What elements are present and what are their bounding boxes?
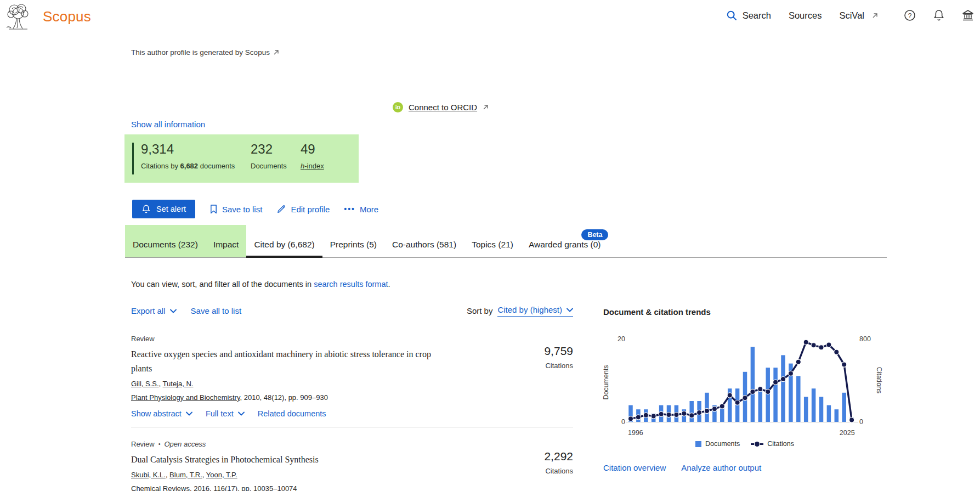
notifications-bell-icon[interactable] [933,9,945,22]
beta-badge: Beta [581,229,608,240]
related-documents-link[interactable]: Related documents [258,409,326,418]
document-source: Chemical Reviews, 2016, 116(17), pp. 100… [131,484,493,491]
search-results-format-link[interactable]: search results format [314,280,388,289]
tab-awarded-grants-0[interactable]: Awarded grants (0)Beta [521,225,609,257]
chart-legend: Documents Citations [599,440,890,448]
citations-legend-marker [751,442,763,447]
pencil-icon [276,204,286,214]
chevron-down-icon [170,309,177,313]
external-link-icon [273,49,279,55]
documents-count: 232 [251,142,287,157]
svg-text:Documents: Documents [602,365,610,399]
sort-control: Sort by Cited by (highest) [467,305,573,317]
h-index-link[interactable]: h-index [301,162,324,170]
external-link-icon [872,13,878,19]
app-title[interactable]: Scopus [43,8,91,25]
profile-actions: Set alert Save to list Edit profile ••• … [132,200,378,218]
external-link-icon [483,104,489,110]
nav-sources[interactable]: Sources [789,10,822,21]
citation-count: 9,759 Citations [502,331,573,418]
tab-co-authors-581[interactable]: Co-authors (581) [384,225,464,257]
tab-cited-by-6-682[interactable]: Cited by (6,682) [246,225,322,257]
document-title[interactable]: Reactive oxygen species and antioxidant … [131,347,432,376]
elsevier-tree-logo[interactable] [5,2,31,31]
source-title-link[interactable]: Chemical Reviews [131,484,190,491]
svg-text:0: 0 [621,418,625,426]
show-all-information-link[interactable]: Show all information [131,120,205,129]
open-access-label: Open access [164,440,206,448]
search-icon [726,10,738,21]
document-main: ReviewReactive oxygen species and antiox… [131,331,493,418]
ellipsis-icon: ••• [344,205,355,213]
document-item: ReviewReactive oxygen species and antiox… [131,327,573,427]
tab-preprints-5[interactable]: Preprints (5) [322,225,384,257]
document-source: Plant Physiology and Biochemistry, 2010,… [131,393,493,402]
legend-citations: Citations [751,440,794,448]
profile-tabs: Documents (232)ImpactCited by (6,682)Pre… [125,225,887,258]
metrics-summary: 9,314 Citations by 6,682 documents 232 D… [124,134,359,183]
nav-scival[interactable]: SciVal [839,10,878,21]
svg-text:?: ? [908,12,912,20]
help-icon[interactable]: ? [903,9,916,22]
document-list-toolbar: Export all Save all to list Sort by Cite… [131,305,573,317]
profile-generated-note: This author profile is generated by Scop… [131,48,279,57]
nav-search[interactable]: Search [726,10,771,21]
show-abstract-link[interactable]: Show abstract [131,409,192,418]
document-title[interactable]: Dual Catalysis Strategies in Photochemic… [131,453,432,467]
author-link[interactable]: Tuteja, N. [163,380,194,388]
chevron-down-icon [238,411,245,416]
trends-chart[interactable]: 200800019962025DocumentsCitations [599,330,885,439]
open-access-dot: • [158,441,161,447]
more-button[interactable]: ••• More [344,205,378,214]
svg-text:2025: 2025 [840,429,855,437]
svg-text:800: 800 [859,335,871,343]
bookmark-icon [209,204,218,214]
svg-text:0: 0 [859,418,863,426]
author-link[interactable]: Skubi, K.L. [131,471,166,479]
document-main: Review•Open accessDual Catalysis Strateg… [131,437,493,491]
orcid-icon: iD [393,102,403,112]
document-citation-trends-panel: Document & citation trends 2008000199620… [599,307,890,472]
tab-impact[interactable]: Impact [206,225,247,257]
documents-metric: 232 Documents [251,142,287,170]
top-header: Scopus Search Sources SciVal ? [0,0,980,34]
citations-count: 9,314 [141,142,235,157]
document-authors: Skubi, K.L., Blum, T.R., Yoon, T.P. [131,471,493,479]
full-text-link[interactable]: Full text [206,409,245,418]
save-to-list-button[interactable]: Save to list [209,204,262,214]
documents-intro: You can view, sort, and filter all of th… [131,280,390,289]
document-list: ReviewReactive oxygen species and antiox… [131,327,573,491]
metrics-accent-bar [132,143,134,174]
set-alert-button[interactable]: Set alert [132,200,195,218]
tab-documents-232[interactable]: Documents (232) [125,225,206,257]
analyze-author-output-link[interactable]: Analyze author output [681,463,761,472]
connect-to-orcid[interactable]: iD Connect to ORCID [393,102,489,112]
document-item: Review•Open accessDual Catalysis Strateg… [131,427,573,491]
source-title-link[interactable]: Plant Physiology and Biochemistry [131,393,240,402]
export-all-dropdown[interactable]: Export all [131,306,177,315]
top-nav: Search Sources SciVal ? [726,9,975,22]
svg-text:1996: 1996 [628,429,643,437]
sort-by-dropdown[interactable]: Cited by (highest) [497,305,573,317]
author-link[interactable]: Gill, S.S. [131,380,159,388]
institution-icon[interactable] [961,9,975,22]
author-link[interactable]: Blum, T.R. [169,471,202,479]
author-link[interactable]: Yoon, T.P. [206,471,237,479]
h-index-metric: 49 h-index [301,142,324,170]
svg-text:20: 20 [618,335,625,343]
document-type: Review•Open access [131,440,493,448]
document-authors: Gill, S.S., Tuteja, N. [131,380,493,388]
trends-heading: Document & citation trends [599,307,890,317]
save-all-to-list-link[interactable]: Save all to list [191,306,242,315]
citation-overview-link[interactable]: Citation overview [603,463,666,472]
document-links: Show abstractFull textRelated documents [131,408,493,418]
documents-legend-swatch [695,441,701,447]
citations-metric: 9,314 Citations by 6,682 documents [141,142,235,170]
brand: Scopus [5,2,91,31]
tab-topics-21[interactable]: Topics (21) [464,225,521,257]
edit-profile-button[interactable]: Edit profile [276,204,330,214]
h-index-value: 49 [301,142,324,157]
svg-text:Citations: Citations [875,367,883,394]
chevron-down-icon [186,411,192,416]
legend-documents: Documents [695,440,740,448]
